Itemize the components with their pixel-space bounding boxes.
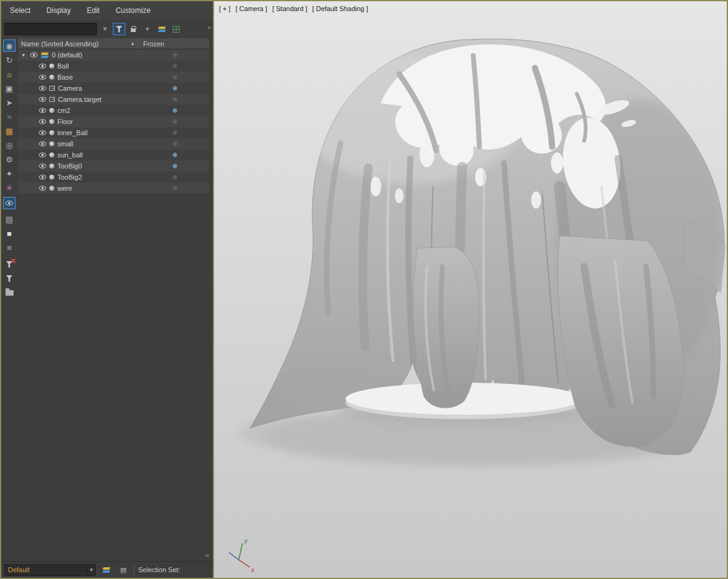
frozen-snowflake-icon[interactable]: ❄ <box>172 129 178 137</box>
visibility-eye-icon[interactable] <box>39 119 46 124</box>
visibility-eye-icon[interactable] <box>39 86 46 91</box>
selection-set-label: Selection Set: <box>138 566 180 573</box>
funnel-icon <box>6 275 13 282</box>
pick-object-button[interactable]: + <box>141 23 154 35</box>
funnel-icon <box>116 26 123 33</box>
panel-overflow-icon[interactable]: » <box>205 551 209 559</box>
frozen-snowflake-icon[interactable]: ❄ <box>172 185 178 193</box>
viewport-render[interactable]: y x <box>214 1 727 578</box>
display-bones-icon[interactable]: ✦ <box>3 167 15 180</box>
filter-clear-button[interactable] <box>3 258 15 270</box>
object-name: inner_Ball <box>57 129 88 136</box>
object-name: TooBig2 <box>57 173 82 181</box>
search-input[interactable] <box>4 23 97 35</box>
table-row[interactable]: were ❄ <box>18 183 209 194</box>
sync-selection-icon[interactable]: ↻ <box>3 54 15 66</box>
display-frozen-icon[interactable]: ■ <box>3 227 15 240</box>
toolbar-overflow-icon[interactable]: » <box>207 23 211 31</box>
camera-object-icon <box>49 86 55 91</box>
folder-button[interactable] <box>3 286 15 299</box>
display-spacewarps-icon[interactable]: ≈ <box>3 110 15 123</box>
visibility-eye-icon[interactable] <box>39 141 46 146</box>
frozen-snowflake-icon[interactable]: ❄ <box>172 140 178 148</box>
viewport-menu-renderer[interactable]: [ Standard ] <box>272 5 307 12</box>
display-plugins-icon[interactable]: ✳ <box>3 181 15 194</box>
visibility-eye-icon[interactable] <box>39 130 46 135</box>
table-row[interactable]: Camera.target ❄ <box>18 94 209 105</box>
frozen-snowflake-icon[interactable]: ❄ <box>172 151 178 159</box>
menu-customize[interactable]: Customize <box>115 6 151 15</box>
visibility-eye-icon[interactable] <box>39 97 46 102</box>
table-row[interactable]: Floor ❄ <box>18 116 209 127</box>
display-visibility-icon[interactable] <box>3 197 15 209</box>
list-view-icon[interactable]: ▤ <box>3 213 15 225</box>
expand-arrow-icon[interactable]: ▼ <box>21 52 27 58</box>
table-row[interactable]: Ball ❄ <box>18 60 209 72</box>
scene-object-table: Name (Sorted Ascending) ▲ Frozen ▼ 0 (de… <box>18 38 209 194</box>
object-name: sun_ball <box>57 151 83 159</box>
viewport-menu-general[interactable]: [ + ] <box>219 5 231 12</box>
visibility-eye-icon[interactable] <box>39 64 46 69</box>
name-column-header[interactable]: Name (Sorted Ascending) ▲ <box>18 40 138 48</box>
filter-button[interactable] <box>113 23 125 35</box>
table-row[interactable]: Base ❄ <box>18 72 209 83</box>
red-x-icon <box>11 259 15 263</box>
display-shapes-icon[interactable]: ◎ <box>3 139 15 151</box>
table-row[interactable]: TooBig0 ❄ <box>18 160 209 172</box>
visibility-eye-icon[interactable] <box>39 186 46 191</box>
dropdown-arrow-icon[interactable]: ▾ <box>87 567 95 573</box>
menu-select[interactable]: Select <box>10 6 30 15</box>
menu-display[interactable]: Display <box>46 6 70 15</box>
table-row[interactable]: small ❄ <box>18 138 209 149</box>
table-row[interactable]: inner_Ball ❄ <box>18 127 209 138</box>
geometry-object-icon <box>49 164 54 169</box>
visibility-eye-icon[interactable] <box>30 52 38 57</box>
frozen-snowflake-icon[interactable]: ❄ <box>172 173 178 181</box>
display-lights-icon[interactable]: ☼ <box>3 68 15 80</box>
table-row[interactable]: sun_ball ❄ <box>18 149 209 160</box>
menu-edit[interactable]: Edit <box>87 6 100 15</box>
layer-icon <box>41 52 49 59</box>
explorer-toolbar: × + » <box>1 20 213 38</box>
frozen-snowflake-icon[interactable]: ❄ <box>172 96 178 104</box>
table-row[interactable]: Camera ❄ <box>18 83 209 94</box>
display-geometry-icon[interactable]: ▦ <box>3 125 15 137</box>
visibility-eye-icon[interactable] <box>39 164 46 169</box>
display-cameras-icon[interactable]: ▣ <box>3 82 15 94</box>
display-helpers-icon[interactable]: ➤ <box>3 96 15 109</box>
explorer-footer: Default ▾ ▤ Selection Set: <box>1 561 213 578</box>
frozen-snowflake-icon[interactable]: ❄ <box>172 62 178 70</box>
properties-view-icon[interactable]: ≡ <box>3 241 15 254</box>
visibility-eye-icon[interactable] <box>39 75 46 80</box>
table-row[interactable]: TooBig2 ❄ <box>18 172 209 183</box>
hierarchy-mode-button[interactable] <box>170 23 182 35</box>
display-toggle-strip: ◉ ↻ ☼ ▣ ➤ ≈ ▦ ◎ ⚙ ✦ ✳ ▤ ■ ≡ <box>1 38 18 559</box>
footer-options-button[interactable]: ▤ <box>117 564 130 576</box>
folder-icon <box>6 290 14 296</box>
frozen-snowflake-icon[interactable]: ❄ <box>172 162 178 170</box>
layer-mode-button[interactable] <box>155 23 168 35</box>
clear-search-icon[interactable]: × <box>99 23 111 35</box>
display-objects-icon[interactable]: ◉ <box>3 40 15 52</box>
viewport-menu-pov[interactable]: [ Camera ] <box>236 5 267 12</box>
frozen-snowflake-icon[interactable]: ❄ <box>172 51 178 59</box>
viewport-menu-shading[interactable]: [ Default Shading ] <box>312 5 368 12</box>
filter-button-2[interactable] <box>3 272 15 285</box>
visibility-eye-icon[interactable] <box>39 152 46 157</box>
frozen-snowflake-icon[interactable]: ❄ <box>172 73 178 81</box>
camera-viewport[interactable]: [ + ] [ Camera ] [ Standard ] [ Default … <box>213 1 727 578</box>
table-row[interactable]: ▼ 0 (default) ❄ <box>18 49 209 60</box>
table-row[interactable]: cm2 ❄ <box>18 105 209 116</box>
frozen-snowflake-icon[interactable]: ❄ <box>172 118 178 126</box>
footer-layers-button[interactable] <box>99 564 113 576</box>
frozen-snowflake-icon[interactable]: ❄ <box>172 107 178 115</box>
explorer-name-dropdown[interactable]: Default ▾ <box>4 564 96 576</box>
visibility-eye-icon[interactable] <box>39 175 46 180</box>
frozen-column-header[interactable]: Frozen <box>138 38 209 49</box>
lock-explorer-button[interactable] <box>127 23 139 35</box>
geometry-object-icon <box>49 186 54 191</box>
visibility-eye-icon[interactable] <box>39 108 46 113</box>
display-materials-icon[interactable]: ⚙ <box>3 153 15 165</box>
sort-ascending-icon: ▲ <box>130 41 135 46</box>
frozen-snowflake-icon[interactable]: ❄ <box>172 85 178 93</box>
